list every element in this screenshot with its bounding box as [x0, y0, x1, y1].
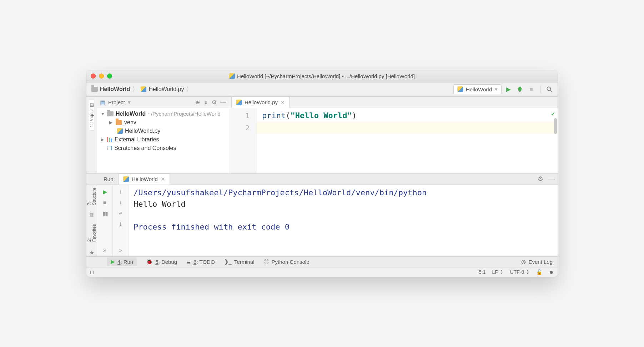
tab-structure[interactable]: 7: Structure: [87, 186, 97, 207]
python-icon: ⌘: [264, 258, 269, 265]
tree-external-libraries[interactable]: ▶ External Libraries: [97, 135, 229, 144]
maximize-window-button[interactable]: [107, 74, 112, 79]
editor-area: HelloWorld.py ✕ 1 2 print("Hello World")…: [229, 97, 558, 173]
python-file-icon: [141, 86, 146, 92]
grid-icon[interactable]: ▦: [90, 212, 94, 217]
chevron-down-icon: ▾: [495, 86, 498, 92]
tool-python-console[interactable]: ⌘ Python Console: [264, 258, 310, 265]
lock-icon[interactable]: 🔓: [536, 269, 542, 275]
list-icon: ≣: [186, 258, 191, 265]
run-tab[interactable]: HelloWorld ✕: [119, 174, 170, 185]
breadcrumb-file[interactable]: HelloWorld.py: [139, 86, 185, 92]
tab-project[interactable]: 1: Project ▤: [89, 100, 94, 131]
tree-scratches[interactable]: ❐ Scratches and Consoles: [97, 144, 229, 153]
speech-bubble-icon: ◎: [521, 258, 526, 265]
pause-button[interactable]: ▮▮: [102, 210, 107, 217]
breadcrumb-root-label: HelloWorld: [100, 86, 130, 92]
tree-root[interactable]: ▼ HelloWorld ~/PycharmProjects/HelloWorl…: [97, 110, 229, 118]
close-window-button[interactable]: [91, 74, 96, 79]
rerun-button[interactable]: ▶: [103, 188, 107, 195]
breadcrumb: HelloWorld 〉 HelloWorld.py 〉: [90, 85, 192, 94]
gear-icon[interactable]: ⚙: [538, 175, 543, 183]
scroll-from-source-icon[interactable]: ⊕: [195, 99, 200, 106]
line-separator[interactable]: LF ⇕: [492, 269, 503, 275]
close-tab-icon[interactable]: ✕: [281, 100, 285, 105]
tool-run[interactable]: ▶ 4: Run: [107, 257, 137, 266]
run-button[interactable]: ▶: [504, 85, 513, 93]
more-icon[interactable]: »: [103, 247, 106, 253]
editor-tab[interactable]: HelloWorld.py ✕: [231, 97, 290, 108]
project-tree: ▼ HelloWorld ~/PycharmProjects/HelloWorl…: [97, 108, 229, 154]
tree-root-path: ~/PycharmProjects/HelloWorld: [148, 111, 221, 117]
tool-terminal[interactable]: ❯_ Terminal: [224, 258, 255, 265]
tree-file[interactable]: HelloWorld.py: [97, 127, 229, 135]
stop-button[interactable]: ■: [527, 86, 536, 92]
navigation-bar: HelloWorld 〉 HelloWorld.py 〉 HelloWorld …: [86, 82, 558, 97]
run-tool-window: Run: HelloWorld ✕ ⚙ — 7: Structure ▦ 2: …: [86, 173, 558, 256]
tool-terminal-label: Terminal: [234, 259, 255, 265]
inspection-ok-icon[interactable]: ✔: [551, 110, 555, 117]
tab-favorites-label: 2: Favorites: [87, 224, 97, 242]
minimize-window-button[interactable]: [99, 74, 104, 79]
chevron-down-icon: ▼: [101, 111, 105, 116]
gear-icon[interactable]: ⚙: [212, 99, 217, 106]
tab-favorites[interactable]: 2: Favorites: [87, 223, 97, 243]
python-file-icon: [229, 73, 235, 79]
toggle-tool-windows-icon[interactable]: ◻: [90, 269, 94, 275]
tree-scratches-label: Scratches and Consoles: [114, 145, 176, 151]
tree-file-label: HelloWorld.py: [125, 128, 160, 134]
folder-icon: [116, 120, 122, 125]
scroll-to-end-icon[interactable]: ⤓: [118, 221, 123, 228]
editor-tab-label: HelloWorld.py: [245, 99, 278, 105]
tab-structure-label: 7: Structure: [87, 188, 97, 205]
window-title: HelloWorld [~/PycharmProjects/HelloWorld…: [86, 73, 558, 79]
separator: [540, 85, 540, 93]
code-content[interactable]: print("Hello World"): [256, 108, 558, 173]
bottom-tool-bar: ▶ 4: Run 🐞 5: Debug ≣ 6: TODO ❯_ Termina…: [86, 256, 558, 267]
run-toolbar-secondary: ↑ ↓ ⤶ ⤓ »: [113, 185, 129, 256]
caret-position[interactable]: 5:1: [479, 269, 485, 275]
down-arrow-icon[interactable]: ↓: [119, 199, 122, 206]
search-everywhere-button[interactable]: [545, 86, 554, 93]
collapse-all-icon[interactable]: ⇟: [203, 99, 208, 106]
tool-debug[interactable]: 🐞 5: Debug: [146, 258, 177, 265]
code-editor[interactable]: 1 2 print("Hello World") ✔: [229, 108, 558, 173]
editor-scrollbar[interactable]: [554, 118, 557, 134]
hide-panel-icon[interactable]: —: [220, 99, 226, 106]
token-string: "Hello World": [290, 111, 352, 120]
token-paren: ): [352, 111, 357, 120]
console-output: Hello World: [134, 200, 186, 208]
chevron-right-icon: ▶: [109, 120, 114, 125]
file-encoding[interactable]: UTF-8 ⇕: [510, 269, 530, 275]
project-panel: ▤ Project ▾ ⊕ ⇟ ⚙ — ▼ HelloWorld ~/Pycha…: [97, 97, 229, 173]
inspector-icon[interactable]: ☻: [549, 269, 554, 275]
project-panel-title[interactable]: Project: [108, 99, 125, 105]
breadcrumb-root[interactable]: HelloWorld: [90, 86, 131, 92]
python-file-icon: [236, 100, 242, 105]
up-arrow-icon[interactable]: ↑: [119, 188, 122, 195]
run-configuration-selector[interactable]: HelloWorld ▾: [453, 84, 502, 94]
run-body: 7: Structure ▦ 2: Favorites ★ » ▶ ■ ▮▮ »…: [86, 185, 558, 256]
chevron-down-icon[interactable]: ▾: [128, 99, 131, 106]
close-tab-icon[interactable]: ✕: [161, 176, 165, 182]
run-console[interactable]: /Users/yusufshakeel/PycharmProjects/Hell…: [129, 185, 558, 256]
play-icon: ▶: [111, 258, 115, 265]
tree-venv[interactable]: ▶ venv: [97, 118, 229, 127]
hide-panel-icon[interactable]: —: [548, 175, 555, 183]
terminal-icon: ❯_: [224, 258, 232, 265]
run-toolbar-primary: ▶ ■ ▮▮ »: [97, 185, 113, 256]
folder-icon: [91, 87, 98, 92]
titlebar: HelloWorld [~/PycharmProjects/HelloWorld…: [86, 70, 558, 82]
svg-point-0: [547, 87, 550, 90]
soft-wrap-icon[interactable]: ⤶: [118, 210, 123, 217]
python-icon: [123, 176, 129, 182]
tree-root-name: HelloWorld: [116, 111, 146, 117]
tool-pyconsole-label: Python Console: [272, 259, 310, 265]
tool-todo[interactable]: ≣ 6: TODO: [186, 258, 215, 265]
stop-button[interactable]: ■: [103, 200, 107, 206]
more-icon[interactable]: »: [119, 247, 122, 253]
tab-project-label: 1: Project: [89, 109, 94, 127]
folder-icon: ▤: [89, 103, 94, 108]
debug-button[interactable]: [515, 86, 524, 93]
tool-event-log[interactable]: ◎ Event Log: [521, 258, 553, 265]
